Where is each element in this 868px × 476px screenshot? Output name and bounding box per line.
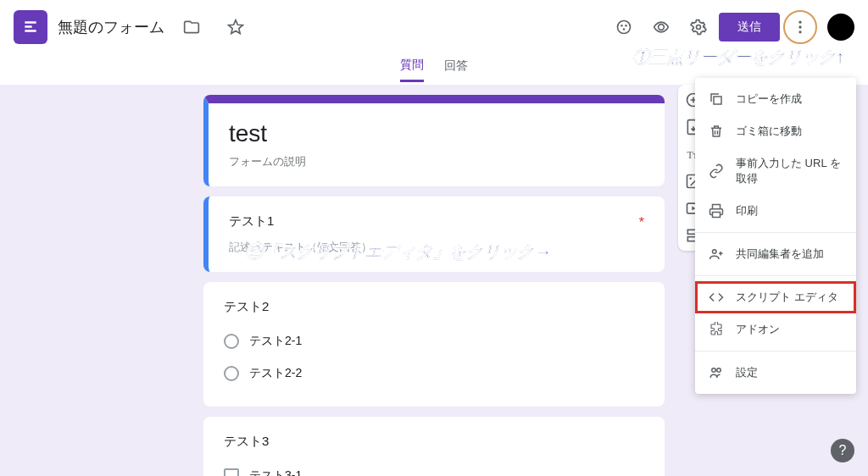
question-title[interactable]: テスト3 (224, 434, 644, 450)
header-actions: 送信 (607, 10, 854, 44)
menu-separator (695, 232, 856, 233)
menu-item-settings[interactable]: 設定 (695, 357, 856, 389)
menu-label: ゴミ箱に移動 (736, 124, 802, 139)
svg-point-1 (620, 25, 623, 26)
radio-option[interactable]: テスト2-1 (224, 325, 644, 357)
radio-option[interactable]: テスト2-2 (224, 357, 644, 390)
tab-responses[interactable]: 回答 (444, 58, 468, 80)
menu-item-collaborators[interactable]: 共同編集者を追加 (695, 238, 856, 270)
tab-questions[interactable]: 質問 (400, 58, 424, 82)
menu-label: 共同編集者を追加 (736, 246, 824, 262)
checkbox-option[interactable]: テスト3-1 (224, 460, 644, 476)
option-label: テスト2-2 (249, 366, 302, 381)
menu-item-script-editor[interactable]: スクリプト エディタ (695, 281, 856, 313)
forms-logo-icon (14, 10, 47, 44)
form-description[interactable]: フォームの説明 (229, 154, 644, 169)
menu-item-trash[interactable]: ゴミ箱に移動 (695, 115, 856, 147)
more-menu-icon[interactable] (783, 10, 817, 44)
question-card-2[interactable]: テスト2 テスト2-1 テスト2-2 (203, 282, 665, 407)
menu-separator (695, 351, 856, 351)
menu-label: 事前入力した URL を取得 (736, 156, 843, 186)
app-header: 無題のフォーム 送信 (0, 0, 868, 54)
svg-point-4 (697, 25, 701, 30)
send-button[interactable]: 送信 (719, 13, 780, 42)
menu-separator (695, 275, 856, 276)
menu-item-print[interactable]: 印刷 (695, 195, 856, 227)
more-dropdown-menu: コピーを作成 ゴミ箱に移動 事前入力した URL を取得 印刷 共同編集者を追加… (695, 78, 856, 394)
short-answer-hint: 記述式テキスト（短文回答） (229, 240, 644, 255)
svg-point-0 (618, 21, 631, 34)
question-title[interactable]: テスト1 (229, 213, 644, 230)
form-title[interactable]: test (229, 120, 644, 147)
preview-icon[interactable] (644, 10, 678, 44)
option-label: テスト2-1 (249, 334, 302, 349)
svg-point-11 (689, 177, 692, 180)
form-title-card[interactable]: test フォームの説明 (203, 95, 665, 186)
question-title[interactable]: テスト2 (224, 299, 644, 315)
checkbox-icon (224, 468, 239, 476)
svg-point-16 (713, 250, 717, 254)
title-area: 無題のフォーム (58, 10, 253, 44)
settings-icon[interactable] (682, 10, 715, 44)
folder-icon[interactable] (175, 10, 209, 44)
help-icon[interactable]: ? (831, 439, 854, 462)
menu-label: コピーを作成 (736, 91, 802, 107)
svg-point-18 (717, 368, 721, 373)
menu-label: アドオン (736, 322, 780, 337)
radio-icon (224, 334, 239, 349)
svg-point-2 (625, 25, 627, 26)
required-asterisk: * (639, 215, 644, 230)
question-card-1[interactable]: テスト1 * 記述式テキスト（短文回答） (203, 196, 665, 272)
svg-point-5 (798, 21, 801, 24)
svg-point-17 (712, 368, 716, 373)
svg-point-3 (623, 28, 626, 30)
menu-label: 設定 (736, 365, 758, 380)
theme-icon[interactable] (607, 10, 641, 44)
question-card-3[interactable]: テスト3 テスト3-1 テスト3-2 (203, 417, 665, 476)
svg-rect-15 (714, 97, 721, 104)
menu-label: 印刷 (736, 203, 758, 219)
radio-icon (224, 366, 239, 381)
menu-label: スクリプト エディタ (736, 290, 838, 305)
svg-point-7 (798, 30, 801, 33)
option-label: テスト3-1 (249, 468, 302, 476)
document-title[interactable]: 無題のフォーム (58, 17, 164, 37)
svg-point-6 (798, 25, 801, 28)
menu-item-prefill-url[interactable]: 事前入力した URL を取得 (695, 147, 856, 195)
menu-item-addons[interactable]: アドオン (695, 313, 856, 346)
star-icon[interactable] (219, 10, 253, 44)
menu-item-copy[interactable]: コピーを作成 (695, 83, 856, 115)
account-avatar[interactable] (827, 14, 854, 41)
